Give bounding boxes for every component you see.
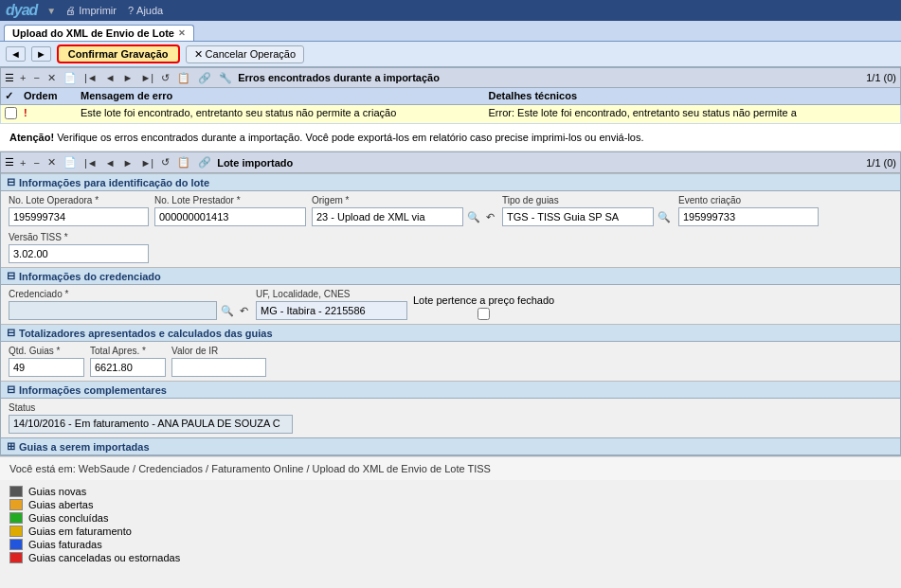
legend: Guias novas Guias abertas Guias concluíd… [0,480,901,573]
next-lote-btn[interactable]: ► [121,157,135,169]
credenciado-header: ⊟ Informações do credenciado [1,268,900,285]
color-canceladas [9,552,23,563]
lote-toolbar: ☰ + − ✕ 📄 |◄ ◄ ► ►| ↺ 📋 🔗 Lote importado… [1,152,900,173]
row-ordem: ! [24,107,81,121]
credenciado-row: Credenciado * 🔍 ↶ UF, Localidade, CNES L… [1,285,900,324]
tipo-guias-input[interactable] [502,207,654,226]
lote-count: 1/1 (0) [866,157,896,169]
credenciado-input[interactable] [9,301,217,320]
doc-lote-btn[interactable]: 📄 [62,156,79,169]
confirm-button[interactable]: Confirmar Gravação [57,45,180,63]
delete-lote-btn[interactable]: ✕ [45,156,58,169]
tab-close-icon[interactable]: ✕ [178,28,186,38]
identificacao-header: ⊟ Informações para identificação do lote [1,174,900,191]
legend-item-novas: Guias novas [9,486,892,497]
credenciado-collapse-icon[interactable]: ⊟ [7,270,15,282]
totalizadores-row: Qtd. Guias * Total Apres. * Valor de IR [1,342,900,381]
legend-item-abertas: Guias abertas [9,499,892,510]
totalizadores-section: ⊟ Totalizadores apresentados e calculado… [1,324,900,381]
error-table-header: ✓ Ordem Mensagem de erro Detalhes técnic… [0,88,901,105]
evento-criacao-input[interactable] [678,207,819,226]
flag-error-btn[interactable]: 🔧 [217,72,234,84]
uf-localidade-input[interactable] [256,301,407,320]
totalizadores-header: ⊟ Totalizadores apresentados e calculado… [1,325,900,342]
mensagem-col-header: Mensagem de erro [81,90,489,102]
top-menu: 🖨 Imprimir ? Ajuda [65,5,163,16]
status-field: Status 14/10/2016 - Em faturamento - ANA… [9,402,293,434]
breadcrumb: Você está em: WebSaude / Credenciados / … [0,456,901,480]
remove-lote-btn[interactable]: − [31,157,41,169]
warning-label: Atenção! [9,132,54,143]
credenciado-browse-btn[interactable]: 🔍 [219,305,236,317]
valor-ir-field: Valor de IR [171,346,266,377]
color-concluidas [9,512,23,524]
back-button[interactable]: ◄ [6,46,26,62]
error-section-toolbar: ☰ + − ✕ 📄 |◄ ◄ ► ►| ↺ 📋 🔗 🔧 Erros encont… [0,67,901,88]
next-error-btn[interactable]: ► [121,72,135,83]
refresh-lote-btn[interactable]: ↺ [159,156,171,169]
lote-grid-icon: ☰ [5,156,14,169]
origem-input[interactable] [312,207,463,226]
last-error-btn[interactable]: ►| [138,72,155,83]
warning-body: Verifique os erros encontrados durante a… [57,132,643,143]
credenciado-clear-btn[interactable]: ↶ [238,305,250,317]
no-lote-prestador-input[interactable] [154,207,306,226]
totalizadores-collapse-icon[interactable]: ⊟ [7,327,15,339]
tipo-guias-field: Tipo de guias 🔍 [502,195,673,226]
remove-error-btn[interactable]: − [31,72,41,83]
dropdown-arrow[interactable]: ▼ [46,6,56,16]
warning-text: Atenção! Verifique os erros encontrados … [0,124,901,151]
last-lote-btn[interactable]: ►| [138,157,155,169]
refresh-error-btn[interactable]: ↺ [159,72,171,84]
complementares-collapse-icon[interactable]: ⊟ [7,383,15,396]
evento-criacao-field: Evento criação [678,195,819,226]
collapse-icon[interactable]: ⊟ [7,176,15,188]
export-error-btn[interactable]: 📋 [175,72,192,84]
export-lote-btn[interactable]: 📋 [175,156,192,169]
no-lote-operadora-input[interactable] [9,207,149,226]
row-mensagem: Este lote foi encontrado, entretanto seu… [81,107,489,121]
print-menu-item[interactable]: 🖨 Imprimir [65,5,117,16]
tipo-guias-browse-btn[interactable]: 🔍 [656,211,673,223]
question-icon: ? [128,5,134,16]
origem-browse-btn[interactable]: 🔍 [465,211,482,223]
add-lote-btn[interactable]: + [18,157,27,169]
error-title: Erros encontrados durante a importação [238,72,862,83]
ordem-col-header: Ordem [24,90,81,102]
uf-localidade-field: UF, Localidade, CNES [256,289,407,320]
link-error-btn[interactable]: 🔗 [196,72,213,84]
prev-lote-btn[interactable]: ◄ [103,157,117,169]
origem-clear-btn[interactable]: ↶ [484,211,496,223]
complementares-row: Status 14/10/2016 - Em faturamento - ANA… [1,399,900,437]
row-checkbox[interactable] [5,107,24,121]
doc-error-btn[interactable]: 📄 [62,72,79,84]
qtd-guias-input[interactable] [9,358,84,377]
guias-header: ⊞ Guias a serem importadas [1,437,900,455]
error-count: 1/1 (0) [866,72,896,83]
cancel-button[interactable]: ✕ Cancelar Operação [186,45,304,63]
link-lote-btn[interactable]: 🔗 [196,156,213,169]
first-error-btn[interactable]: |◄ [82,72,99,83]
prev-error-btn[interactable]: ◄ [103,72,117,83]
credenciado-section: ⊟ Informações do credenciado Credenciado… [1,267,900,324]
legend-item-faturamento: Guias em faturamento [9,526,892,537]
first-lote-btn[interactable]: |◄ [82,157,99,169]
add-error-btn[interactable]: + [18,72,27,83]
guias-expand-icon[interactable]: ⊞ [7,440,15,453]
identificacao-row: No. Lote Operadora * No. Lote Prestador … [1,191,900,267]
forward-button[interactable]: ► [31,46,51,62]
tab-upload-xml[interactable]: Upload do XML de Envio de Lote ✕ [4,25,194,41]
delete-error-btn[interactable]: ✕ [45,72,58,84]
versao-tiss-input[interactable] [9,244,149,263]
color-faturadas [9,539,23,550]
logo: dyad [6,2,37,19]
versao-tiss-field: Versão TISS * [9,232,149,263]
printer-icon: 🖨 [65,5,76,16]
help-menu-item[interactable]: ? Ajuda [128,5,163,16]
preco-fechado-checkbox[interactable] [413,308,554,320]
grid-icon: ☰ [5,72,14,84]
credenciado-field: Credenciado * 🔍 ↶ [9,289,250,320]
valor-ir-input[interactable] [171,358,266,377]
color-abertas [9,499,23,510]
total-apres-input[interactable] [90,358,166,377]
